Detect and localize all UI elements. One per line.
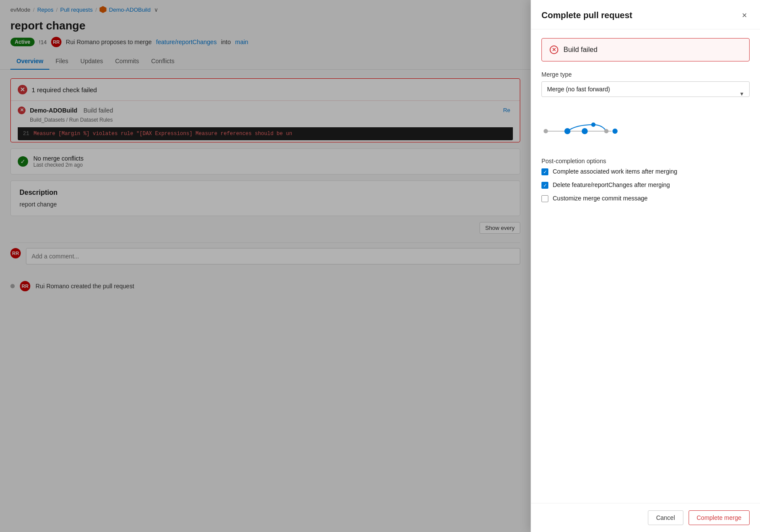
left-panel: evMode / Repos / Pull requests / Demo-AD… (0, 0, 531, 532)
svg-point-2 (564, 128, 570, 134)
checkbox-customize-commit[interactable] (541, 195, 548, 202)
svg-point-3 (582, 128, 588, 134)
build-failed-icon: ✕ (550, 45, 558, 54)
close-button[interactable]: × (739, 10, 750, 21)
post-completion-label: Post-completion options (541, 158, 750, 164)
merge-type-wrapper: Merge (no fast forward) Squash commit Re… (541, 81, 750, 106)
option-customize-commit[interactable]: Customize merge commit message (541, 195, 750, 202)
option-complete-work-items-label: Complete associated work items after mer… (553, 168, 677, 175)
modal-footer: Cancel Complete merge (531, 503, 760, 532)
cancel-button[interactable]: Cancel (648, 510, 683, 525)
build-failed-text: Build failed (564, 46, 597, 54)
svg-point-5 (591, 123, 596, 127)
svg-point-6 (612, 128, 618, 134)
complete-pr-modal: Complete pull request × ✕ Build failed M… (531, 0, 760, 532)
checkbox-complete-work-items[interactable]: ✓ (541, 168, 548, 175)
checkbox-delete-branch[interactable]: ✓ (541, 182, 548, 189)
post-completion-options: Post-completion options ✓ Complete assoc… (541, 158, 750, 202)
complete-merge-button[interactable]: Complete merge (689, 510, 750, 525)
merge-type-select[interactable]: Merge (no fast forward) Squash commit Re… (541, 81, 750, 97)
option-delete-branch[interactable]: ✓ Delete feature/reportChanges after mer… (541, 181, 750, 189)
modal-header: Complete pull request × (531, 0, 760, 29)
merge-type-label: Merge type (541, 71, 750, 78)
option-delete-branch-label: Delete feature/reportChanges after mergi… (553, 181, 670, 188)
option-complete-work-items[interactable]: ✓ Complete associated work items after m… (541, 168, 750, 175)
modal-body: ✕ Build failed Merge type Merge (no fast… (531, 29, 760, 503)
build-failed-banner: ✕ Build failed (541, 38, 750, 61)
svg-point-4 (604, 129, 609, 133)
merge-diagram (541, 116, 750, 148)
modal-title: Complete pull request (541, 10, 632, 20)
svg-point-1 (544, 129, 548, 133)
modal-overlay (0, 0, 531, 532)
option-customize-commit-label: Customize merge commit message (553, 195, 647, 202)
